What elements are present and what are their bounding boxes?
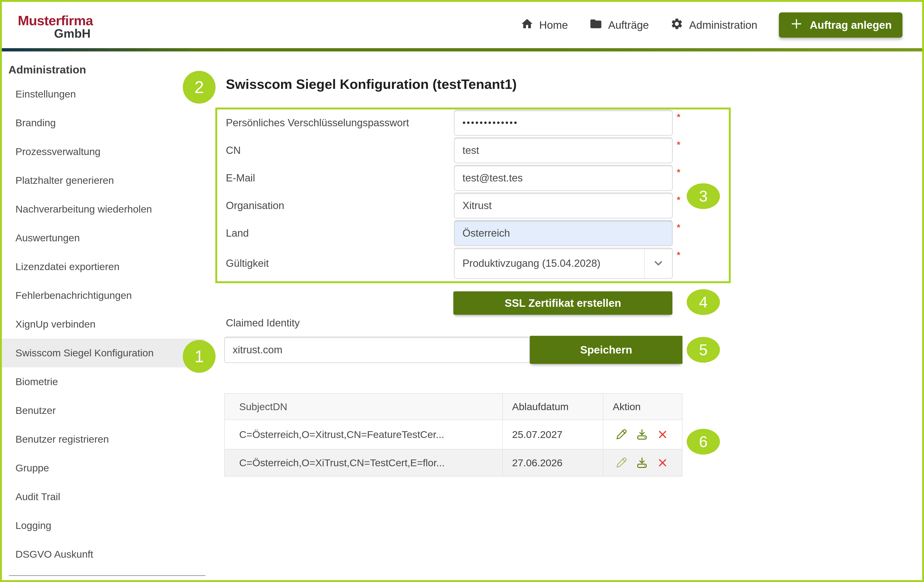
- sidebar-item-audit-trail[interactable]: Audit Trail: [2, 482, 205, 511]
- organisation-input[interactable]: [454, 193, 673, 219]
- actions-cell: [603, 449, 682, 476]
- sidebar-title: Administration: [8, 63, 86, 76]
- callout-2: 2: [183, 71, 216, 104]
- sidebar-item-lizenzdatei-exportieren[interactable]: Lizenzdatei exportieren: [2, 252, 205, 281]
- gueltigkeit-selected-value: Produktivzugang (15.04.2028): [454, 257, 644, 269]
- subjectdn-cell: C=Österreich,O=Xitrust,CN=FeatureTestCer…: [225, 420, 503, 449]
- callout-5: 5: [687, 337, 720, 363]
- logo-line2: GmbH: [18, 27, 93, 40]
- sidebar-menu: Einstellungen Branding Prozessverwaltung…: [2, 80, 205, 569]
- table-header-row: SubjectDN Ablaufdatum Aktion: [225, 394, 682, 419]
- header-subjectdn: SubjectDN: [225, 394, 503, 419]
- logo-line1: Musterfirma: [18, 13, 93, 27]
- sidebar-item-logging[interactable]: Logging: [2, 511, 205, 540]
- swisscom-siegel-konfiguration-page: { "colors": { "accent_lime": "#a6d324", …: [0, 0, 924, 582]
- nav-home-label: Home: [539, 19, 568, 31]
- cn-input[interactable]: [454, 138, 673, 163]
- sidebar-item-gruppe[interactable]: Gruppe: [2, 454, 205, 482]
- app-header: Musterfirma GmbH Home Aufträge Administr…: [2, 2, 922, 48]
- header-aktion: Aktion: [603, 394, 682, 419]
- callout-3: 3: [687, 183, 720, 209]
- sidebar-item-branding[interactable]: Branding: [2, 109, 205, 137]
- chevron-down-icon: [645, 257, 672, 270]
- sidebar-divider: [9, 575, 206, 576]
- ssl-zertifikat-erstellen-button[interactable]: SSL Zertifikat erstellen: [453, 291, 672, 315]
- nav-auftraege[interactable]: Aufträge: [589, 17, 649, 33]
- edit-pencil-icon[interactable]: [615, 427, 628, 441]
- gueltigkeit-select[interactable]: Produktivzugang (15.04.2028): [454, 248, 673, 279]
- top-nav: Home Aufträge Administration Auftrag anl…: [520, 2, 903, 48]
- callout-6: 6: [687, 429, 720, 455]
- folder-icon: [589, 17, 602, 33]
- claimed-identity-input[interactable]: [224, 337, 530, 363]
- home-icon: [520, 17, 534, 33]
- land-label: Land: [226, 220, 450, 246]
- callout-1: 1: [183, 340, 216, 373]
- auftrag-anlegen-label: Auftrag anlegen: [810, 19, 892, 31]
- header-accent-bar: [2, 48, 922, 51]
- edit-pencil-icon-disabled[interactable]: [615, 456, 628, 470]
- sidebar-item-einstellungen[interactable]: Einstellungen: [2, 80, 205, 109]
- sidebar-item-prozessverwaltung[interactable]: Prozessverwaltung: [2, 137, 205, 166]
- sidebar-item-swisscom-siegel-konfiguration[interactable]: Swisscom Siegel Konfiguration: [2, 339, 205, 367]
- gear-icon: [670, 17, 683, 33]
- email-label: E-Mail: [226, 165, 450, 191]
- nav-auftraege-label: Aufträge: [608, 19, 649, 31]
- sidebar-item-nachverarbeitung-wiederholen[interactable]: Nachverarbeitung wiederholen: [2, 195, 205, 224]
- nav-administration[interactable]: Administration: [670, 17, 757, 33]
- claimed-identity-label: Claimed Identity: [226, 317, 300, 329]
- expiry-cell: 27.06.2026: [503, 449, 603, 476]
- email-required-marker: *: [677, 168, 680, 178]
- certificates-table: SubjectDN Ablaufdatum Aktion C=Österreic…: [224, 393, 683, 477]
- email-input[interactable]: [454, 165, 673, 191]
- company-logo: Musterfirma GmbH: [18, 13, 93, 40]
- sidebar-item-benutzer[interactable]: Benutzer: [2, 396, 205, 425]
- subjectdn-cell: C=Österreich,O=XiTrust,CN=TestCert,E=flo…: [225, 449, 503, 476]
- plus-icon: [790, 17, 803, 33]
- speichern-button[interactable]: Speichern: [530, 336, 683, 364]
- table-row: C=Österreich,O=Xitrust,CN=FeatureTestCer…: [225, 419, 682, 449]
- password-label: Persönliches Verschlüsselungspasswort: [226, 110, 450, 136]
- download-icon[interactable]: [635, 427, 649, 441]
- expiry-cell: 25.07.2027: [503, 420, 603, 449]
- callout-4: 4: [687, 289, 720, 315]
- password-input[interactable]: [454, 110, 673, 136]
- table-row: C=Österreich,O=XiTrust,CN=TestCert,E=flo…: [225, 449, 682, 476]
- delete-x-icon[interactable]: [656, 427, 669, 441]
- cn-required-marker: *: [677, 140, 680, 150]
- organisation-required-marker: *: [677, 195, 680, 205]
- actions-cell: [603, 420, 682, 449]
- sidebar-item-benutzer-registrieren[interactable]: Benutzer registrieren: [2, 425, 205, 454]
- sidebar-item-fehlerbenachrichtigungen[interactable]: Fehlerbenachrichtigungen: [2, 281, 205, 310]
- organisation-label: Organisation: [226, 193, 450, 219]
- nav-home[interactable]: Home: [520, 17, 568, 33]
- auftrag-anlegen-button[interactable]: Auftrag anlegen: [779, 12, 903, 38]
- sidebar-item-auswertungen[interactable]: Auswertungen: [2, 224, 205, 252]
- header-ablaufdatum: Ablaufdatum: [503, 394, 603, 419]
- download-icon[interactable]: [635, 456, 649, 470]
- sidebar-item-dsgvo-auskunft[interactable]: DSGVO Auskunft: [2, 540, 205, 569]
- land-input[interactable]: [454, 220, 673, 246]
- page-title: Swisscom Siegel Konfiguration (testTenan…: [226, 76, 517, 92]
- gueltigkeit-label: Gültigkeit: [226, 248, 450, 279]
- sidebar-item-platzhalter-generieren[interactable]: Platzhalter generieren: [2, 166, 205, 195]
- password-required-marker: *: [677, 112, 680, 122]
- gueltigkeit-required-marker: *: [677, 250, 680, 260]
- sidebar-item-biometrie[interactable]: Biometrie: [2, 367, 205, 396]
- delete-x-icon[interactable]: [656, 456, 669, 470]
- sidebar-item-xignup-verbinden[interactable]: XignUp verbinden: [2, 310, 205, 339]
- nav-administration-label: Administration: [689, 19, 757, 31]
- land-required-marker: *: [677, 223, 680, 233]
- cn-label: CN: [226, 138, 450, 163]
